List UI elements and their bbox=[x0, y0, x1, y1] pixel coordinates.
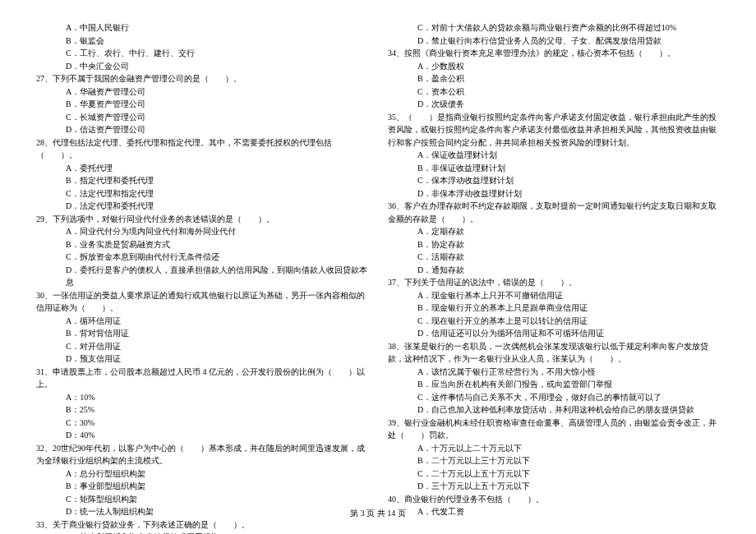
option: B．指定代理和委托代理 bbox=[36, 174, 368, 187]
option: B．协定存款 bbox=[388, 238, 720, 251]
option: C．保本浮动收益理财计划 bbox=[388, 174, 720, 187]
question: 35、（ ）是指商业银行按照约定条件向客户承诺支付固定收益，银行承担由此产生的投… bbox=[388, 111, 720, 150]
option: A：总分行型组织构架 bbox=[36, 467, 368, 481]
option: C．活期存款 bbox=[388, 251, 720, 264]
question: 29、下列选项中，对银行同业代付业务的表述错误的是（ ）。 bbox=[36, 213, 368, 226]
option: D．三十万元以上五十万元以下 bbox=[388, 480, 720, 493]
option: A．禁止利用拆入资金发放贷款或用于投资 bbox=[36, 531, 368, 534]
question: 32、20世纪90年代初，以客户为中心的（ ）基本形成，并在随后的时间里迅速发展… bbox=[36, 442, 368, 467]
question: 36、客户在办理存款时不约定存款期限，支取时提前一定时间通知银行约定支取日期和支… bbox=[388, 200, 720, 225]
option: A：10% bbox=[36, 391, 368, 404]
option: A．现金银行基本上只开不可撤销信用证 bbox=[388, 289, 720, 302]
question: 33、关于商业银行贷款业务，下列表述正确的是（ ）。 bbox=[36, 518, 368, 532]
option: C．现在银行开立的基本上是可以转让的信用证 bbox=[388, 315, 720, 328]
option: C．对开信用证 bbox=[36, 340, 368, 353]
option: D．预支信用证 bbox=[36, 352, 368, 366]
page-footer: 第 3 页 共 14 页 bbox=[0, 508, 756, 519]
question: 38、张某是银行的一名职员，一次偶然机会张某发现该银行以低于规定利率向客户发放贷… bbox=[388, 340, 720, 366]
option: A．定期存款 bbox=[388, 225, 720, 238]
option: C．长城资产管理公司 bbox=[36, 111, 368, 124]
question: 30、一张信用证的受益人要求原证的通知行或其他银行以原证为基础，另开一张内容相似… bbox=[36, 289, 368, 315]
option: D．信用证还可以分为循环信用证和不可循环信用证 bbox=[388, 327, 720, 340]
option: B．华夏资产管理公司 bbox=[36, 98, 368, 111]
option: A．委托代理 bbox=[36, 162, 368, 175]
option: D．次级债务 bbox=[388, 98, 720, 111]
option: D．非保本浮动收益理财计划 bbox=[388, 187, 720, 200]
option: D．自己也加入这种低利率放贷活动，并利用这种机会给自己的朋友提供贷款 bbox=[388, 403, 720, 417]
option: C：30% bbox=[36, 417, 368, 430]
option: A．保证收益理财计划 bbox=[388, 149, 720, 162]
option: B．应当向所在机构有关部门报告，或向监管部门举报 bbox=[388, 378, 720, 391]
option: A．十万元以上二十万元以下 bbox=[388, 442, 720, 455]
option: B．现金银行开立的基本上只是跟单商业信用证 bbox=[388, 302, 720, 315]
option: B．业务实质是贸易融资方式 bbox=[36, 238, 368, 251]
question: 37、下列关于信用证的说法中，错误的是（ ）。 bbox=[388, 276, 720, 289]
option: B．盈余公积 bbox=[388, 72, 720, 85]
option: C．对前十大借款人的贷款余额与商业银行资产余额的比例不得超过10% bbox=[388, 21, 720, 35]
option: C．这件事情与自己关系不大，不用理会，做好自己的事情就可以了 bbox=[388, 391, 720, 404]
option: B：事业部型组织构架 bbox=[36, 480, 368, 493]
option: A．循环信用证 bbox=[36, 315, 368, 328]
option: D．委托行是客户的债权人，直接承担借款人的信用风险，到期向借款人收回贷款本息 bbox=[36, 264, 368, 289]
question: 28、代理包括法定代理、委托代理和指定代理。其中，不需要委托授权的代理包括（ ）… bbox=[36, 136, 368, 162]
option: D．中央汇金公司 bbox=[36, 60, 368, 73]
option: B．背对背信用证 bbox=[36, 327, 368, 340]
option: D．禁止银行向本行信贷业务人员的父母、子女、配偶发放信用贷款 bbox=[388, 35, 720, 48]
option: D．信达资产管理公司 bbox=[36, 123, 368, 136]
option: B．二十万元以上三十万元以下 bbox=[388, 454, 720, 467]
option: B：25% bbox=[36, 403, 368, 417]
right-column: C．对前十大借款人的贷款余额与商业银行资产余额的比例不得超过10% D．禁止银行… bbox=[388, 21, 720, 534]
question: 31、申请股票上市，公司股本总额超过人民币 4 亿元的，公开发行股份的比例为（ … bbox=[36, 366, 368, 391]
question: 40、商业银行的代理业务不包括（ ）。 bbox=[388, 493, 720, 506]
page-container: A．中国人民银行 B．银监会 C．工行、农行、中行、建行、交行 D．中央汇金公司… bbox=[0, 0, 756, 534]
option: A．华融资产管理公司 bbox=[36, 85, 368, 99]
option: D．通知存款 bbox=[388, 264, 720, 277]
option: C．法定代理和指定代理 bbox=[36, 187, 368, 200]
option: C．工行、农行、中行、建行、交行 bbox=[36, 47, 368, 60]
option: A．中国人民银行 bbox=[36, 21, 368, 35]
option: B．非保证收益理财计划 bbox=[388, 162, 720, 175]
option: D：40% bbox=[36, 429, 368, 442]
option: C：矩阵型组织构架 bbox=[36, 493, 368, 506]
question: 27、下列不属于我国的金融资产管理公司的是（ ）。 bbox=[36, 72, 368, 85]
option: A．同业代付分为境内同业代付和海外同业代付 bbox=[36, 225, 368, 238]
option: C．资本公积 bbox=[388, 85, 720, 99]
option: A．少数股权 bbox=[388, 60, 720, 73]
option: C．二十万元以上五十万元以下 bbox=[388, 467, 720, 481]
option: A．该情况属于银行正常经营行为，不用大惊小怪 bbox=[388, 366, 720, 379]
option: C．拆放资金本息到期由代付行无条件偿还 bbox=[36, 251, 368, 264]
left-column: A．中国人民银行 B．银监会 C．工行、农行、中行、建行、交行 D．中央汇金公司… bbox=[36, 21, 368, 534]
question: 39、银行业金融机构未经任职资格审查任命董事、高级管理人员的，由银监会责令改正，… bbox=[388, 417, 720, 442]
question: 34、按照《商业银行资本充足率管理办法》的规定，核心资本不包括（ ）。 bbox=[388, 47, 720, 60]
option: B．银监会 bbox=[36, 35, 368, 48]
option: D．法定代理和委托代理 bbox=[36, 200, 368, 213]
